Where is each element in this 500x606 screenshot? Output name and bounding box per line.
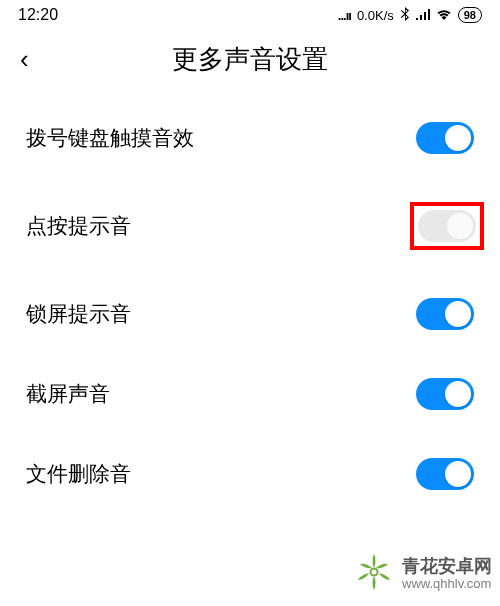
signal-icon: ...ıı [338, 8, 351, 23]
toggle-switch[interactable] [416, 458, 474, 490]
toggle-switch[interactable] [418, 210, 476, 242]
back-button[interactable]: ‹ [20, 46, 50, 72]
toggle-knob [447, 213, 473, 239]
settings-list: 拨号键盘触摸音效点按提示音锁屏提示音截屏声音文件删除音 [0, 94, 500, 518]
battery-icon: 98 [458, 7, 482, 23]
settings-row: 截屏声音 [0, 354, 500, 434]
status-right: ...ıı 0.0K/s 98 [338, 7, 482, 24]
network-speed: 0.0K/s [357, 8, 394, 23]
settings-row: 点按提示音 [0, 178, 500, 274]
watermark-url: www.qhhlv.com [402, 577, 492, 592]
watermark-text: 青花安卓网 www.qhhlv.com [402, 556, 492, 592]
settings-row: 拨号键盘触摸音效 [0, 98, 500, 178]
watermark: 青花安卓网 www.qhhlv.com [352, 550, 492, 598]
status-bar: 12:20 ...ıı 0.0K/s 98 [0, 0, 500, 28]
toggle-knob [445, 381, 471, 407]
toggle-switch[interactable] [416, 122, 474, 154]
cellular-signal-icon [416, 8, 430, 23]
settings-row-label: 点按提示音 [26, 212, 131, 240]
toggle-switch[interactable] [416, 298, 474, 330]
toggle-switch[interactable] [416, 378, 474, 410]
toggle-knob [445, 301, 471, 327]
toggle-knob [445, 461, 471, 487]
settings-row: 锁屏提示音 [0, 274, 500, 354]
wifi-icon [436, 8, 452, 23]
settings-row-label: 锁屏提示音 [26, 300, 131, 328]
settings-row: 文件删除音 [0, 434, 500, 514]
settings-row-label: 截屏声音 [26, 380, 110, 408]
watermark-logo-icon [352, 550, 396, 598]
bluetooth-icon [400, 7, 410, 24]
status-time: 12:20 [18, 6, 58, 24]
settings-row-label: 文件删除音 [26, 460, 131, 488]
header: ‹ 更多声音设置 [0, 28, 500, 94]
svg-point-0 [371, 569, 378, 576]
toggle-knob [445, 125, 471, 151]
page-title: 更多声音设置 [172, 42, 328, 77]
highlight-box [410, 202, 484, 250]
watermark-title: 青花安卓网 [402, 556, 492, 577]
settings-row-label: 拨号键盘触摸音效 [26, 124, 194, 152]
